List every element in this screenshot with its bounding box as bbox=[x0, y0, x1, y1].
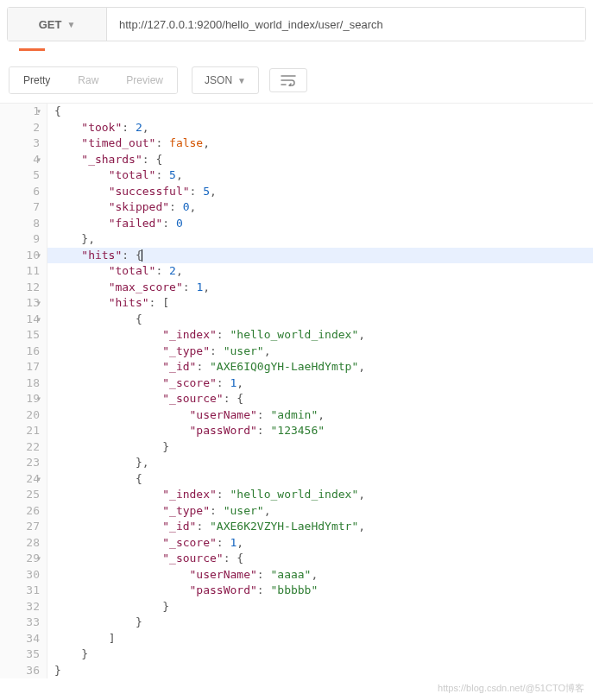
line-number: 14 bbox=[0, 312, 40, 328]
line-number: 30 bbox=[0, 567, 40, 583]
code-line: } bbox=[54, 663, 593, 679]
line-number: 32 bbox=[0, 599, 40, 615]
format-label: JSON bbox=[205, 74, 232, 86]
code-line: }, bbox=[54, 455, 593, 471]
code-line: "_type": "user", bbox=[54, 344, 593, 360]
code-line: "passWord": "bbbbb" bbox=[54, 583, 593, 599]
code-line: "total": 2, bbox=[54, 263, 593, 280]
code-line: "took": 2, bbox=[54, 120, 593, 136]
line-number: 13 bbox=[0, 295, 40, 312]
http-method-select[interactable]: GET ▼ bbox=[8, 8, 107, 41]
code-line: } bbox=[54, 439, 593, 456]
code-line: } bbox=[54, 646, 593, 663]
line-number: 23 bbox=[0, 455, 40, 471]
line-number: 24 bbox=[0, 471, 40, 488]
line-number: 34 bbox=[0, 631, 40, 647]
line-number: 21 bbox=[0, 423, 40, 439]
code-line: "passWord": "123456" bbox=[54, 423, 593, 439]
line-number: 19 bbox=[0, 391, 40, 407]
code-line: "failed": 0 bbox=[54, 216, 593, 232]
code-line: "_type": "user", bbox=[54, 503, 593, 520]
code-line: { bbox=[54, 312, 593, 328]
line-number: 33 bbox=[0, 615, 40, 631]
line-number: 31 bbox=[0, 583, 40, 599]
code-line: "_score": 1, bbox=[54, 375, 593, 392]
format-select[interactable]: JSON ▼ bbox=[192, 66, 259, 94]
line-number: 10 bbox=[0, 248, 40, 264]
line-number: 22 bbox=[0, 439, 40, 456]
line-number: 4 bbox=[0, 152, 40, 168]
code-line: } bbox=[54, 599, 593, 615]
line-number: 15 bbox=[0, 327, 40, 344]
line-number: 27 bbox=[0, 519, 40, 535]
code-line: "_source": { bbox=[54, 391, 593, 407]
line-number: 11 bbox=[0, 263, 40, 280]
url-input[interactable] bbox=[107, 8, 585, 41]
code-line: "_index": "hello_world_index", bbox=[54, 327, 593, 344]
code-line: ] bbox=[54, 631, 593, 647]
code-line: "_score": 1, bbox=[54, 535, 593, 552]
request-bar: GET ▼ bbox=[7, 7, 586, 41]
wrap-icon bbox=[281, 74, 296, 86]
line-number: 26 bbox=[0, 503, 40, 520]
code-line: } bbox=[54, 615, 593, 631]
response-toolbar: Pretty Raw Preview JSON ▼ bbox=[0, 51, 593, 103]
line-number: 6 bbox=[0, 184, 40, 200]
view-tabs: Pretty Raw Preview bbox=[9, 66, 178, 94]
code-line: { bbox=[54, 104, 593, 120]
code-line: "_id": "AXE6K2VZYH-LaeHdYmtr", bbox=[54, 519, 593, 535]
code-line: "userName": "admin", bbox=[54, 407, 593, 424]
line-number: 17 bbox=[0, 359, 40, 375]
chevron-down-icon: ▼ bbox=[237, 76, 246, 85]
tab-raw[interactable]: Raw bbox=[64, 67, 112, 93]
tab-preview[interactable]: Preview bbox=[112, 67, 177, 93]
http-method-label: GET bbox=[39, 18, 62, 31]
line-number: 7 bbox=[0, 199, 40, 216]
line-number: 2 bbox=[0, 120, 40, 136]
tab-pretty[interactable]: Pretty bbox=[9, 67, 64, 93]
code-line: "_shards": { bbox=[54, 152, 593, 168]
line-gutter: 1234567891011121314151617181920212223242… bbox=[0, 104, 47, 678]
code-line: "_source": { bbox=[54, 551, 593, 567]
wrap-lines-button[interactable] bbox=[269, 68, 307, 92]
code-line: "skipped": 0, bbox=[54, 199, 593, 216]
line-number: 35 bbox=[0, 646, 40, 663]
code-line: "max_score": 1, bbox=[54, 280, 593, 296]
code-line: "timed_out": false, bbox=[54, 136, 593, 152]
code-line: "total": 5, bbox=[54, 167, 593, 184]
code-line: "_id": "AXE6IQ0gYH-LaeHdYmtp", bbox=[54, 359, 593, 375]
line-number: 20 bbox=[0, 407, 40, 424]
line-number: 25 bbox=[0, 487, 40, 503]
response-editor[interactable]: 1234567891011121314151617181920212223242… bbox=[0, 103, 593, 678]
code-line: "successful": 5, bbox=[54, 184, 593, 200]
line-number: 5 bbox=[0, 167, 40, 184]
line-number: 18 bbox=[0, 375, 40, 392]
line-number: 9 bbox=[0, 231, 40, 248]
line-number: 29 bbox=[0, 551, 40, 567]
code-body[interactable]: { "took": 2, "timed_out": false, "_shard… bbox=[47, 104, 593, 678]
line-number: 8 bbox=[0, 216, 40, 232]
line-number: 16 bbox=[0, 344, 40, 360]
code-line: "hits": { bbox=[47, 248, 593, 264]
code-line: "userName": "aaaa", bbox=[54, 567, 593, 583]
code-line: "_index": "hello_world_index", bbox=[54, 487, 593, 503]
code-line: { bbox=[54, 471, 593, 488]
line-number: 1 bbox=[0, 104, 40, 120]
line-number: 28 bbox=[0, 535, 40, 552]
code-line: "hits": [ bbox=[54, 295, 593, 312]
line-number: 36 bbox=[0, 663, 40, 679]
line-number: 12 bbox=[0, 280, 40, 296]
code-line: }, bbox=[54, 231, 593, 248]
line-number: 3 bbox=[0, 136, 40, 152]
chevron-down-icon: ▼ bbox=[66, 20, 75, 29]
